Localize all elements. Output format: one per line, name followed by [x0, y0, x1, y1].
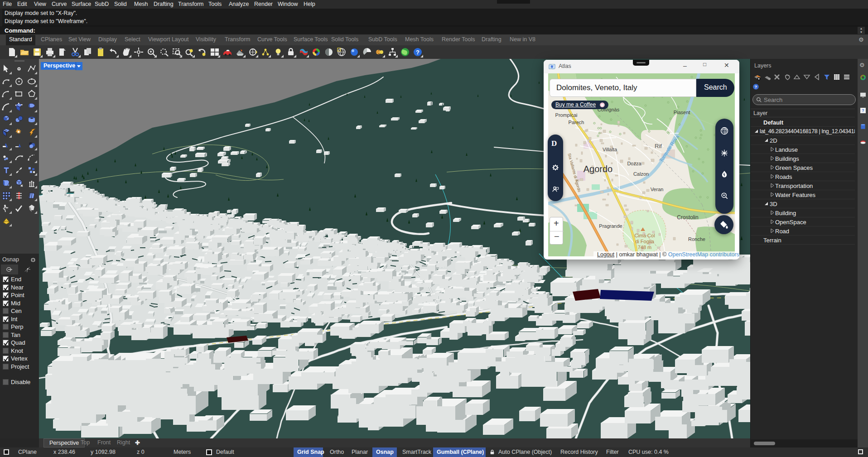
svg-text:Villalta: Villalta [603, 147, 617, 152]
svg-text:di Foglia: di Foglia [635, 239, 654, 244]
svg-text:Crostolin: Crostolin [677, 214, 698, 221]
svg-text:Agordo: Agordo [583, 164, 613, 174]
svg-text:?: ? [416, 49, 420, 56]
svg-text:Cima Col: Cima Col [634, 233, 655, 238]
svg-text:Ronche: Ronche [688, 236, 705, 242]
svg-text:?: ? [755, 85, 757, 89]
svg-text:Calzon: Calzon [633, 171, 649, 177]
svg-text:Pragrande: Pragrande [599, 223, 622, 229]
svg-text:Piasent: Piasent [674, 110, 690, 115]
svg-text:Rif: Rif [655, 143, 662, 149]
svg-text:Veran: Veran [651, 187, 664, 192]
svg-text:748 m: 748 m [638, 245, 652, 250]
svg-text:Parech: Parech [569, 120, 584, 125]
svg-text:Dozza: Dozza [627, 161, 641, 166]
svg-text:?: ? [862, 108, 864, 113]
svg-text:Prompicai: Prompicai [555, 112, 578, 118]
